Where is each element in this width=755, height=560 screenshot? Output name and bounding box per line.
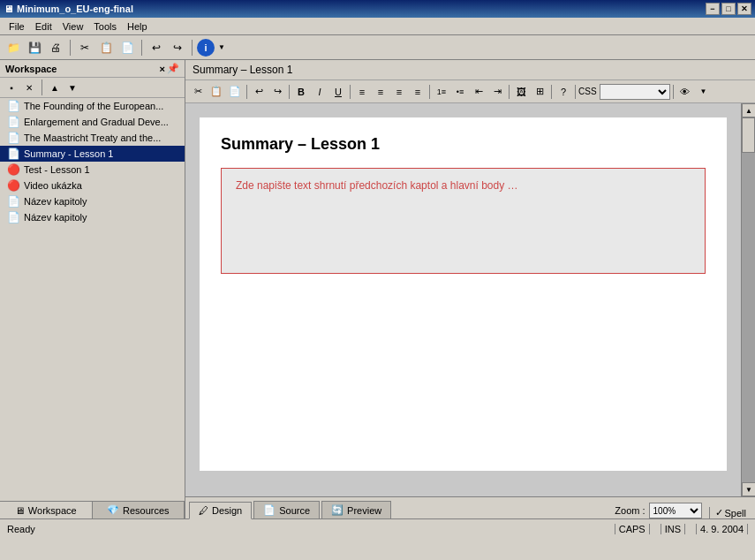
info-icon[interactable]: i: [197, 39, 215, 57]
ed-table-btn[interactable]: ⊞: [531, 83, 548, 101]
menu-edit[interactable]: Edit: [30, 19, 57, 34]
ed-align-right-btn[interactable]: ≡: [390, 83, 408, 101]
css-select[interactable]: body h1 h2 p: [600, 84, 670, 100]
ed-image-btn[interactable]: 🖼: [512, 83, 530, 101]
ed-preview-dropdown[interactable]: ▼: [695, 83, 713, 101]
sidebar-item-label-6: Název kapitoly: [24, 196, 87, 207]
menu-view[interactable]: View: [57, 19, 89, 34]
redo-button[interactable]: ↪: [168, 38, 187, 57]
title-bar-controls: − □ ✕: [706, 3, 751, 15]
sidebar-item-1[interactable]: 📄 Enlargement and Gradual Deve...: [0, 114, 185, 130]
content-area: Summary – Lesson 1 ✂ 📋 📄 ↩ ↪ B I U ≡ ≡ ≡…: [185, 60, 755, 518]
sidebar-item-5[interactable]: 🔴 Video ukázka: [0, 178, 185, 193]
page-icon-7: 📄: [7, 211, 20, 223]
sidebar-sep: [42, 79, 42, 95]
sidebar-item-label-0: The Founding of the European...: [24, 101, 163, 111]
page-icon-6: 📄: [7, 195, 20, 208]
design-tab-label: Design: [212, 505, 242, 516]
workspace-tab-icon: 🖥: [15, 505, 25, 516]
ed-underline-btn[interactable]: U: [329, 83, 347, 101]
minimize-button[interactable]: −: [706, 3, 720, 15]
scroll-track[interactable]: [742, 117, 755, 482]
ed-align-left-btn[interactable]: ≡: [353, 83, 371, 101]
sidebar-item-3[interactable]: 📄 Summary - Lesson 1: [0, 146, 185, 162]
ed-indent-btn[interactable]: ⇥: [488, 83, 506, 101]
sidebar-up-btn[interactable]: ▲: [47, 79, 63, 95]
sidebar-item-6[interactable]: 📄 Název kapitoly: [0, 193, 185, 209]
editor-bottom-tabs: 🖊 Design 📄 Source 🔄 Preview Zoom : 50% 7…: [185, 496, 755, 518]
video-icon-5: 🔴: [7, 179, 20, 192]
sidebar-close-icon[interactable]: ×: [160, 64, 165, 74]
toolbar-separator-1: [70, 40, 71, 56]
title-bar-text: 🖥 Minimum_o_EU-eng-final: [4, 4, 133, 14]
menu-file[interactable]: File: [4, 19, 30, 34]
sidebar-item-2[interactable]: 📄 The Maastricht Treaty and the...: [0, 130, 185, 146]
spell-icon: ✓: [715, 507, 723, 518]
scroll-up-btn[interactable]: ▲: [742, 103, 755, 117]
sidebar-item-label-1: Enlargement and Gradual Deve...: [24, 117, 169, 127]
new-button[interactable]: 📁: [4, 38, 23, 57]
editor-content[interactable]: Summary – Lesson 1 Zde napište text shrn…: [185, 103, 741, 496]
app-icon: 🖥: [4, 4, 13, 14]
ed-align-justify-btn[interactable]: ≡: [409, 83, 427, 101]
sidebar-list: 📄 The Founding of the European... 📄 Enla…: [0, 98, 185, 501]
sidebar-tab-resources[interactable]: 💎 Resources: [93, 502, 185, 518]
tab-source[interactable]: 📄 Source: [253, 501, 320, 518]
content-title: Summary – Lesson 1: [193, 64, 292, 76]
close-button[interactable]: ✕: [737, 3, 751, 15]
design-tab-icon: 🖊: [199, 505, 208, 516]
sidebar-item-label-7: Název kapitoly: [24, 212, 87, 223]
ed-sep-1: [246, 85, 247, 99]
ed-outdent-btn[interactable]: ⇤: [470, 83, 487, 101]
save-button[interactable]: 💾: [25, 38, 44, 57]
ins-indicator: INS: [665, 524, 681, 534]
ed-preview-icon[interactable]: 👁: [676, 83, 694, 101]
print-button[interactable]: 🖨: [46, 38, 65, 57]
undo-button[interactable]: ↩: [147, 38, 166, 57]
sidebar-header-right: × 📌: [160, 63, 179, 74]
ed-align-center-btn[interactable]: ≡: [372, 83, 389, 101]
paste-button[interactable]: 📄: [117, 38, 137, 57]
ed-italic-btn[interactable]: I: [311, 83, 328, 101]
sidebar-unpin-icon[interactable]: 📌: [167, 63, 179, 74]
ed-cut-btn[interactable]: ✂: [189, 83, 207, 101]
ed-paste-btn[interactable]: 📄: [226, 83, 244, 101]
sidebar-delete-btn[interactable]: ✕: [21, 79, 37, 95]
zoom-select[interactable]: 50% 75% 100% 125% 150%: [649, 503, 702, 518]
test-icon-4: 🔴: [7, 163, 20, 176]
cut-button[interactable]: ✂: [75, 38, 94, 57]
zoom-label: Zoom :: [615, 505, 645, 516]
ed-help-btn[interactable]: ?: [555, 83, 572, 101]
title-bar: 🖥 Minimum_o_EU-eng-final − □ ✕: [0, 0, 755, 18]
sidebar-item-7[interactable]: 📄 Název kapitoly: [0, 209, 185, 225]
summary-box[interactable]: Zde napište text shrnutí předchozích kap…: [221, 168, 706, 274]
sidebar-item-label-5: Video ukázka: [24, 180, 82, 191]
ed-ul-btn[interactable]: •≡: [451, 83, 469, 101]
ed-redo-btn[interactable]: ↪: [268, 83, 286, 101]
status-right: CAPS INS 4. 9. 2004: [615, 524, 748, 534]
ed-bold-btn[interactable]: B: [292, 83, 310, 101]
status-bar: Ready CAPS INS 4. 9. 2004: [0, 518, 755, 538]
ed-ol-btn[interactable]: 1≡: [433, 83, 450, 101]
scroll-down-btn[interactable]: ▼: [742, 482, 755, 496]
scroll-thumb[interactable]: [742, 117, 755, 153]
ed-copy-btn[interactable]: 📋: [208, 83, 225, 101]
tab-preview[interactable]: 🔄 Preview: [321, 501, 391, 518]
toolbar-separator-2: [141, 40, 142, 56]
sidebar-down-btn[interactable]: ▼: [64, 79, 80, 95]
spell-section: ✓ Spell: [709, 507, 751, 518]
info-dropdown-arrow[interactable]: ▼: [218, 43, 225, 51]
maximize-button[interactable]: □: [721, 3, 736, 15]
sidebar-new-btn[interactable]: ▪: [4, 79, 19, 95]
sidebar-item-4[interactable]: 🔴 Test - Lesson 1: [0, 162, 185, 178]
sidebar-item-0[interactable]: 📄 The Founding of the European...: [0, 98, 185, 114]
sidebar-tab-workspace[interactable]: 🖥 Workspace: [0, 502, 93, 518]
tab-design[interactable]: 🖊 Design: [189, 502, 252, 519]
scrollbar-right[interactable]: ▲ ▼: [741, 103, 755, 496]
source-tab-icon: 📄: [263, 504, 276, 516]
toolbar-separator-3: [192, 40, 193, 56]
copy-button[interactable]: 📋: [96, 38, 116, 57]
menu-help[interactable]: Help: [122, 19, 153, 34]
menu-tools[interactable]: Tools: [88, 19, 122, 34]
ed-undo-btn[interactable]: ↩: [250, 83, 268, 101]
